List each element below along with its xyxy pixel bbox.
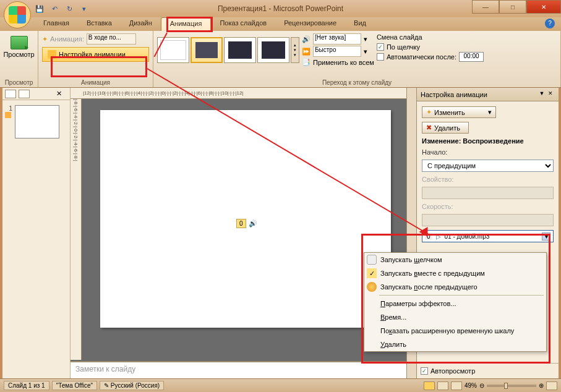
ctx-separator <box>379 295 544 296</box>
delete-label: Удалить <box>434 124 460 132</box>
zoom-in[interactable]: ⊕ <box>539 382 544 389</box>
outline-tab[interactable] <box>19 90 30 98</box>
view-show[interactable] <box>451 381 462 390</box>
gallery-more-button[interactable]: ▴▾▾ <box>291 37 299 63</box>
view-sorter[interactable] <box>437 381 448 390</box>
tab-view[interactable]: Вид <box>345 17 375 31</box>
apply-icon: 📑 <box>302 58 310 66</box>
speed-select[interactable]: Быстро <box>313 46 361 57</box>
slides-tab[interactable] <box>5 90 16 98</box>
custom-animation-button[interactable]: Настройка анимации <box>42 47 149 62</box>
advance-title: Смена слайда <box>377 33 484 41</box>
status-lang[interactable]: ✎ Русский (Россия) <box>100 381 164 390</box>
apply-all-button[interactable]: 📑Применить ко всем <box>302 58 374 66</box>
change-label: Изменить <box>434 109 486 116</box>
taskpane-menu[interactable]: ▼ <box>537 90 546 99</box>
auto-label: Автоматически после: <box>387 53 456 61</box>
change-section: Изменение: Воспроизведение <box>422 137 554 145</box>
sound-object[interactable]: 0 🔊 <box>236 219 257 228</box>
tab-design[interactable]: Дизайн <box>121 17 161 31</box>
zoom-value: 49% <box>465 382 477 389</box>
transition-dissolve[interactable] <box>257 37 289 63</box>
dd1[interactable]: ▾ <box>364 35 367 43</box>
preview-label: Просмотр <box>3 51 34 58</box>
custom-anim-icon <box>48 50 56 59</box>
anim-indicator-icon <box>5 112 11 118</box>
transition-cut[interactable] <box>224 37 256 63</box>
qat-dropdown-icon[interactable]: ▾ <box>79 4 89 14</box>
start-select[interactable]: С предыдущим <box>422 160 554 172</box>
help-icon[interactable]: ? <box>545 19 555 28</box>
close-button[interactable]: ✕ <box>526 0 561 14</box>
tab-slideshow[interactable]: Показ слайдов <box>211 17 275 31</box>
check-icon: ✓ <box>367 268 377 278</box>
sound-select[interactable]: [Нет звука] <box>313 33 361 45</box>
preview-icon <box>11 36 28 49</box>
tab-insert[interactable]: Вставка <box>78 17 121 31</box>
slide-canvas[interactable]: 0 🔊 <box>100 110 391 328</box>
auto-time[interactable]: 00:00 <box>459 52 484 62</box>
tab-review[interactable]: Рецензирование <box>275 17 345 31</box>
effect-list-item[interactable]: 0 ▷ 01 - Домой.mp3 ▾ <box>422 230 554 242</box>
ctx-effect-options[interactable]: Параметры эффектов... <box>364 297 546 310</box>
undo-icon[interactable]: ↶ <box>49 4 59 14</box>
autopreview-label: Автопросмотр <box>430 367 475 375</box>
auto-check[interactable] <box>377 53 384 61</box>
change-star-icon: ✦ <box>426 108 432 116</box>
speed-icon: ⏩ <box>302 48 310 56</box>
transition-none[interactable] <box>157 37 189 63</box>
ctx-show-timeline[interactable]: Показать расширенную временную шкалу <box>364 324 546 338</box>
onclick-check[interactable]: ✓ <box>377 43 384 51</box>
anim-select[interactable]: В ходе по... <box>87 33 136 45</box>
onclick-label: По щелчку <box>387 43 420 51</box>
start-label: Начало: <box>422 148 554 156</box>
tab-animation[interactable]: Анимация <box>161 17 212 31</box>
ctx-timing[interactable]: Время... <box>364 310 546 324</box>
window-title: Презентация1 - Microsoft PowerPoint <box>218 4 343 13</box>
change-effect-button[interactable]: ✦ Изменить ▾ <box>422 106 496 118</box>
property-label: Свойство: <box>422 176 554 183</box>
change-dd-icon: ▾ <box>488 108 492 116</box>
ctx-remove[interactable]: Удалить <box>364 338 546 351</box>
ctx-start-with-prev[interactable]: ✓ Запускать вместе с предыдущим <box>364 266 546 280</box>
mouse-icon <box>367 255 377 265</box>
zoom-slider[interactable] <box>487 385 536 387</box>
autopreview-check[interactable]: ✓ <box>421 367 428 375</box>
lang-icon: ✎ <box>104 382 109 389</box>
delete-effect-button[interactable]: ✖ Удалить <box>422 122 469 134</box>
tab-home[interactable]: Главная <box>35 17 78 31</box>
taskpane-title: Настройка анимации <box>421 91 537 98</box>
fit-button[interactable] <box>546 381 557 390</box>
transition-gallery[interactable]: ▴▾▾ <box>157 33 299 66</box>
speed-select-tp <box>422 214 554 226</box>
group-transition: Переход к этому слайду <box>157 79 557 86</box>
redo-icon[interactable]: ↻ <box>64 4 74 14</box>
zoom-out[interactable]: ⊖ <box>479 382 484 389</box>
view-normal[interactable] <box>424 381 435 390</box>
slide-thumbnail[interactable] <box>15 105 59 138</box>
group-animation: Анимация <box>42 79 149 86</box>
sound-index: 0 <box>236 219 246 228</box>
group-preview: Просмотр <box>4 79 34 86</box>
dd2[interactable]: ▾ <box>364 48 367 56</box>
transition-fade[interactable] <box>191 37 223 63</box>
delete-x-icon: ✖ <box>426 124 432 132</box>
ruler-vertical: |·8·|·6·|·4·|·2·|·0·|·2·|·4·|·6·|·8·| <box>71 99 82 360</box>
save-icon[interactable]: 💾 <box>35 4 45 14</box>
status-slide: Слайд 1 из 1 <box>4 381 49 390</box>
ctx-start-onclick[interactable]: Запускать щелчком <box>364 253 546 266</box>
taskpane-close[interactable]: ✕ <box>546 90 555 99</box>
office-button[interactable] <box>4 1 31 28</box>
notes-area[interactable]: Заметки к слайду <box>71 361 406 378</box>
speed-label-tp: Скорость: <box>422 203 554 210</box>
clock-icon <box>367 282 377 292</box>
panel-close[interactable]: ✕ <box>56 90 67 98</box>
preview-button[interactable]: Просмотр <box>4 33 34 61</box>
minimize-button[interactable]: — <box>472 0 499 14</box>
maximize-button[interactable]: □ <box>499 0 526 14</box>
slide-number: 1 <box>5 105 12 112</box>
ruler-horizontal: |12|·|·|·|10|·|·|·|8|·|·|·|6|·|·|·|4|·|·… <box>71 88 406 99</box>
ctx-start-after-prev[interactable]: Запускать после предыдущего <box>364 280 546 294</box>
effect-index: 0 <box>425 233 432 240</box>
effect-dropdown[interactable]: ▾ <box>542 232 550 241</box>
